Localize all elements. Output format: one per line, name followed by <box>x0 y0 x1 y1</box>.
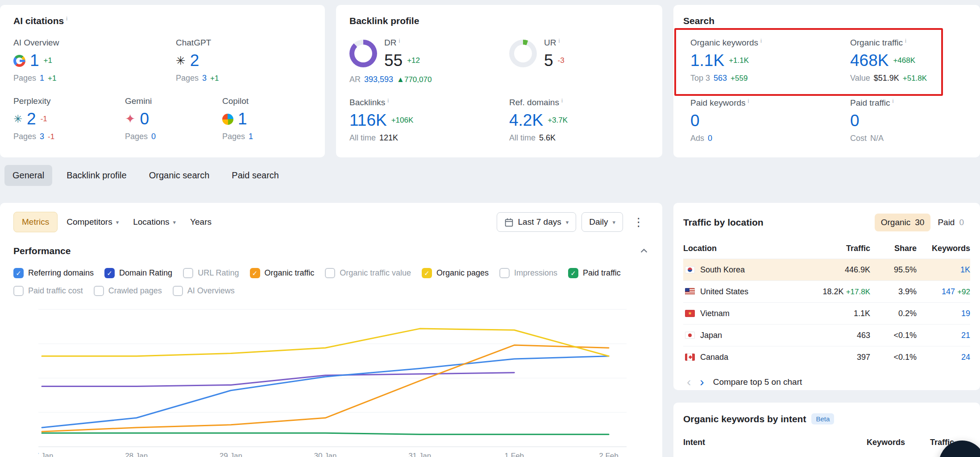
sub-label: Value <box>850 74 870 83</box>
pages-count-link[interactable]: 3 <box>202 74 207 83</box>
info-icon[interactable]: i <box>905 38 906 44</box>
date-range-label: Last 7 days <box>518 217 561 227</box>
competitors-dropdown[interactable]: Competitors ▾ <box>61 212 124 232</box>
keywords-count-link[interactable]: 19 <box>961 309 970 318</box>
stat-label: Paid traffic i <box>850 98 970 108</box>
stat-paid-traffic: Paid traffic i 0 Cost N/A <box>850 98 970 143</box>
share-value: 0.2% <box>870 309 917 318</box>
location-row[interactable]: United States 18.2K +17.8K 3.9% 147 +92 <box>683 280 970 302</box>
chart-series <box>42 373 514 387</box>
performance-panel: Metrics Competitors ▾ Locations ▾ Years … <box>0 203 662 457</box>
gemini-count-link[interactable]: 0 <box>140 111 149 128</box>
metric-toggle[interactable]: Crawled pages <box>94 286 162 296</box>
organic-toggle[interactable]: Organic 30 <box>875 214 931 231</box>
tab-general[interactable]: General <box>4 165 52 186</box>
ai-overview-count-link[interactable]: 1 <box>30 52 39 70</box>
compare-top5-button[interactable]: Compare top 5 on chart <box>713 377 802 387</box>
info-icon[interactable]: i <box>760 38 762 44</box>
tab-organic-search[interactable]: Organic search <box>141 165 218 186</box>
location-row[interactable]: Japan 463 <0.1% 21 <box>683 324 970 346</box>
location-row[interactable]: South Korea 446.9K 95.5% 1K <box>683 259 970 280</box>
paid-toggle[interactable]: Paid 0 <box>931 214 970 231</box>
traffic-delta: +17.8K <box>846 288 870 296</box>
info-icon[interactable]: i <box>387 98 389 103</box>
metric-toggle[interactable]: Impressions <box>499 268 557 278</box>
metric-checkbox[interactable] <box>13 268 24 278</box>
info-icon[interactable]: i <box>892 98 893 104</box>
cost-row: Cost N/A <box>850 134 970 143</box>
keywords-count-link[interactable]: 21 <box>961 331 970 340</box>
pages-count-link[interactable]: 1 <box>249 132 253 141</box>
chatgpt-count-link[interactable]: 2 <box>190 52 199 70</box>
ads-value-link[interactable]: 0 <box>708 134 712 143</box>
perplexity-count-link[interactable]: 2 <box>27 111 36 128</box>
stat-label: DR i <box>384 38 420 48</box>
pages-count-link[interactable]: 1 <box>40 74 44 83</box>
ai-citations-title: AI citations i <box>13 16 311 26</box>
metric-toggle[interactable]: Paid traffic cost <box>13 286 83 296</box>
location-row[interactable]: Canada 397 <0.1% 24 <box>683 346 970 368</box>
metric-checkbox[interactable] <box>173 286 183 296</box>
tab-paid-search[interactable]: Paid search <box>224 165 287 186</box>
pages-delta: -1 <box>48 132 54 141</box>
paid-keywords-link[interactable]: 0 <box>690 112 700 130</box>
backlinks-count-link[interactable]: 116K <box>349 112 387 129</box>
stat-backlinks: Backlinks i 116K +106K All time 121K <box>349 98 509 143</box>
metric-toggle[interactable]: Referring domains <box>13 268 94 278</box>
metric-toggle[interactable]: AI Overviews <box>173 286 235 296</box>
metric-checkbox[interactable] <box>568 268 578 278</box>
keywords-count-link[interactable]: 24 <box>961 353 970 362</box>
ref-domains-count-link[interactable]: 4.2K <box>509 112 543 129</box>
share-value: <0.1% <box>870 353 917 362</box>
years-button[interactable]: Years <box>185 212 217 232</box>
metric-toggle[interactable]: URL Rating <box>183 268 239 278</box>
pages-count-link[interactable]: 0 <box>151 132 156 141</box>
organic-traffic-link[interactable]: 468K <box>850 52 889 70</box>
metric-checkbox[interactable] <box>183 268 193 278</box>
metric-toggle[interactable]: Organic traffic value <box>325 268 411 278</box>
kebab-menu-icon[interactable]: ⋮ <box>628 214 649 231</box>
metrics-button[interactable]: Metrics <box>13 212 58 232</box>
info-icon[interactable]: i <box>399 38 400 44</box>
locations-dropdown[interactable]: Locations ▾ <box>128 212 181 232</box>
traffic-by-location-card: Traffic by location Organic 30 Paid 0 Lo… <box>673 203 980 390</box>
stat-paid-keywords: Paid keywords i 0 Ads 0 <box>690 98 850 143</box>
stat-label: Paid keywords i <box>690 98 850 108</box>
metric-checkbox[interactable] <box>325 268 335 278</box>
info-icon[interactable]: i <box>748 98 749 104</box>
metric-toggle[interactable]: Domain Rating <box>104 268 172 278</box>
metric-toggle[interactable]: Organic traffic <box>250 268 315 278</box>
metric-checkbox[interactable] <box>499 268 510 278</box>
metric-checkbox[interactable] <box>94 286 104 296</box>
keywords-count-link[interactable]: 147 <box>942 287 955 296</box>
metric-checkbox[interactable] <box>422 268 432 278</box>
top3-value-link[interactable]: 563 <box>714 74 727 83</box>
metric-toggle[interactable]: Organic pages <box>422 268 489 278</box>
next-page-icon[interactable]: › <box>700 376 704 388</box>
location-row[interactable]: Vietnam 1.1K 0.2% 19 <box>683 302 970 324</box>
keywords-count-link[interactable]: 1K <box>960 265 970 274</box>
tab-backlink-profile[interactable]: Backlink profile <box>58 165 135 186</box>
collapse-section-button[interactable] <box>639 246 649 256</box>
pages-count-link[interactable]: 3 <box>40 132 44 141</box>
metric-toggle[interactable]: Paid traffic <box>568 268 621 278</box>
stat-label: UR i <box>544 38 565 48</box>
metric-checkbox[interactable] <box>104 268 115 278</box>
date-range-picker[interactable]: Last 7 days ▾ <box>497 212 577 232</box>
info-icon[interactable]: i <box>561 98 563 103</box>
copilot-count-link[interactable]: 1 <box>238 111 247 128</box>
info-icon[interactable]: i <box>558 38 560 44</box>
info-icon[interactable]: i <box>66 16 67 21</box>
metric-checkbox[interactable] <box>250 268 260 278</box>
pages-label: Pages <box>222 132 245 141</box>
ur-value: 5 <box>544 52 553 70</box>
ar-value-link[interactable]: 393,593 <box>364 75 393 84</box>
metric-checkbox[interactable] <box>13 286 24 296</box>
location-name: Vietnam <box>700 309 730 318</box>
organic-keywords-link[interactable]: 1.1K <box>690 52 724 70</box>
granularity-dropdown[interactable]: Daily ▾ <box>581 212 623 232</box>
prev-page-icon[interactable]: ‹ <box>687 376 691 388</box>
svg-text:28 Jan: 28 Jan <box>125 452 148 457</box>
sub-value: $51.9K <box>874 74 899 83</box>
paid-traffic-link[interactable]: 0 <box>850 112 860 130</box>
